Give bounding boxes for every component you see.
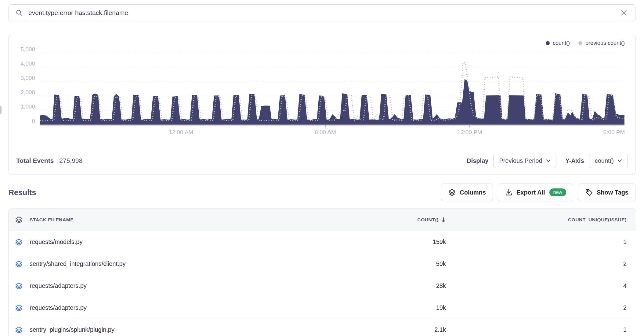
total-events-value: 275,998 (59, 157, 82, 164)
header-count[interactable]: COUNT() (354, 217, 446, 223)
yaxis-dropdown-value: count() (595, 157, 614, 164)
display-label: Display (467, 157, 488, 164)
layers-icon (15, 260, 23, 268)
events-chart-panel: count() previous count() 5,000 4,000 3,0… (9, 35, 635, 174)
x-tick-12am: 12:00 AM (160, 129, 202, 136)
x-tick-6am: 6:00 AM (304, 129, 347, 136)
close-icon (620, 9, 628, 17)
new-badge: new (549, 188, 566, 196)
cell-count: 59k (436, 260, 446, 267)
export-all-button-label: Export All (516, 189, 545, 196)
display-dropdown[interactable]: Previous Period (493, 154, 556, 168)
columns-button-label: Columns (460, 189, 486, 196)
cell-count: 28k (436, 282, 446, 289)
display-dropdown-value: Previous Period (499, 157, 542, 164)
chart-legend: count() previous count() (546, 40, 625, 46)
chart-svg (40, 46, 624, 128)
export-all-button[interactable]: Export All new (498, 184, 573, 201)
y-tick-1000: 1,000 (9, 103, 35, 110)
layers-icon (15, 216, 23, 224)
yaxis-dropdown[interactable]: count() (589, 154, 628, 168)
cell-filename: requests/adapters.py (30, 282, 87, 289)
results-header: Results Columns Export All new Show Tags (9, 183, 635, 202)
results-title: Results (9, 188, 36, 197)
cell-filename: requests/models.py (30, 238, 82, 245)
download-icon (505, 188, 513, 196)
clipped-edge-element (0, 106, 2, 114)
cell-filename: sentry/shared_integrations/client.py (30, 260, 126, 267)
layers-icon (15, 326, 23, 334)
layers-icon (15, 304, 23, 312)
cell-count: 19k (436, 304, 446, 311)
layers-icon (15, 238, 23, 246)
chart-controls: Display Previous Period Y-Axis count() (467, 154, 628, 168)
search-input[interactable] (28, 9, 619, 17)
table-row[interactable]: requests/adapters.py 28k 4 (9, 275, 636, 297)
y-tick-2000: 2,000 (9, 89, 35, 96)
total-events-label: Total Events (16, 157, 54, 164)
results-actions: Columns Export All new Show Tags (441, 184, 635, 201)
x-tick-12pm: 12:00 PM (448, 129, 491, 136)
y-tick-3000: 3,000 (9, 75, 35, 81)
results-table: STACK.FILENAME COUNT() COUNT_UNIQUE(ISSU… (9, 209, 636, 336)
legend-dot-count (546, 41, 550, 45)
y-tick-4000: 4,000 (9, 60, 35, 67)
tag-icon (585, 188, 593, 196)
x-tick-6pm: 6:00 PM (593, 129, 635, 136)
chart-summary-row: Total Events 275,998 Display Previous Pe… (9, 147, 635, 175)
y-tick-5000: 5,000 (9, 46, 35, 53)
header-count-label: COUNT() (417, 217, 439, 223)
clear-search-button[interactable] (619, 8, 628, 17)
cell-count: 2.1k (434, 326, 446, 333)
cell-count-unique: 2 (623, 304, 627, 311)
table-row[interactable]: sentry/shared_integrations/client.py 59k… (9, 253, 636, 275)
cell-count: 159k (433, 238, 446, 245)
total-events: Total Events 275,998 (16, 157, 82, 164)
legend-item-count[interactable]: count() (546, 40, 570, 46)
show-tags-button-label: Show Tags (597, 189, 628, 196)
header-stack-filename-label: STACK.FILENAME (30, 217, 74, 223)
cell-count-unique: 1 (623, 238, 627, 245)
chevron-down-icon (617, 159, 622, 162)
table-row[interactable]: requests/models.py 159k 1 (9, 231, 636, 253)
layers-icon (15, 282, 23, 290)
cell-filename: requests/adapters.py (30, 304, 87, 311)
header-stack-filename[interactable]: STACK.FILENAME (9, 216, 354, 224)
chevron-down-icon (546, 159, 551, 162)
table-header-row: STACK.FILENAME COUNT() COUNT_UNIQUE(ISSU… (9, 209, 636, 231)
columns-button[interactable]: Columns (441, 184, 493, 201)
table-row[interactable]: sentry_plugins/splunk/plugin.py 2.1k 1 (9, 319, 636, 336)
search-bar (9, 4, 635, 21)
discover-page: count() previous count() 5,000 4,000 3,0… (0, 0, 644, 336)
cell-count-unique: 1 (623, 326, 627, 333)
show-tags-button[interactable]: Show Tags (578, 184, 635, 201)
cell-count-unique: 2 (623, 260, 627, 267)
legend-label-count: count() (553, 40, 570, 46)
table-row[interactable]: requests/adapters.py 19k 2 (9, 297, 636, 319)
header-count-unique-issue-label: COUNT_UNIQUE(ISSUE) (568, 217, 627, 222)
cell-count-unique: 4 (623, 282, 627, 289)
search-icon (16, 9, 23, 16)
legend-label-previous-count: previous count() (585, 40, 625, 46)
legend-item-previous-count[interactable]: previous count() (578, 40, 625, 46)
cell-filename: sentry_plugins/splunk/plugin.py (30, 326, 114, 333)
sort-desc-icon (441, 217, 446, 223)
layers-icon (448, 188, 456, 196)
yaxis-label: Y-Axis (566, 157, 584, 164)
header-count-unique-issue[interactable]: COUNT_UNIQUE(ISSUE) (446, 217, 636, 223)
chart-plot (40, 46, 624, 126)
legend-dot-previous-count (578, 41, 582, 45)
y-tick-0: 0 (9, 118, 35, 125)
